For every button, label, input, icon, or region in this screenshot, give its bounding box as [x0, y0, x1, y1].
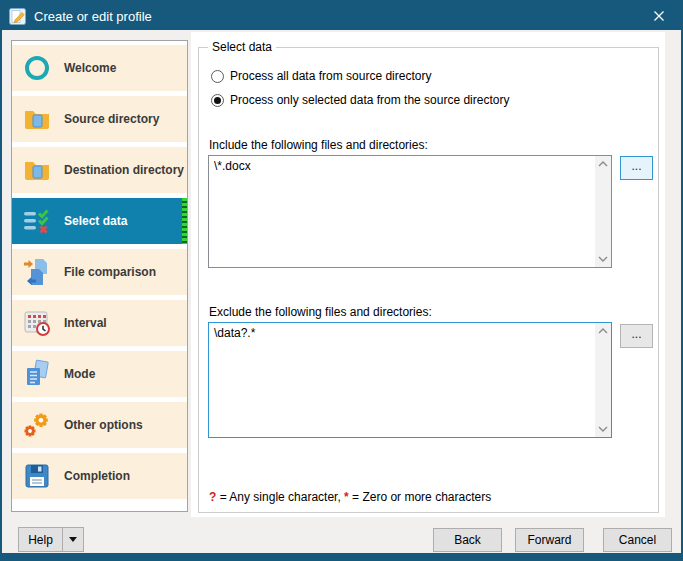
dialog-window: Create or edit profile Welcome Source di…: [0, 0, 683, 561]
sidebar-item-other-options[interactable]: Other options: [12, 402, 187, 448]
radio-label: Process only selected data from the sour…: [230, 93, 509, 107]
radio-button-icon: [211, 70, 224, 83]
sidebar-item-label: Welcome: [64, 61, 116, 75]
sidebar-item-destination-directory[interactable]: Destination directory: [12, 147, 187, 193]
sidebar-item-label: Other options: [64, 418, 143, 432]
back-button[interactable]: Back: [433, 528, 502, 552]
compare-files-icon: [21, 256, 53, 288]
sidebar-item-label: Completion: [64, 469, 130, 483]
circle-icon: [21, 52, 53, 84]
edit-document-icon: [9, 8, 26, 25]
cancel-button[interactable]: Cancel: [603, 528, 672, 552]
sidebar-item-source-directory[interactable]: Source directory: [12, 96, 187, 142]
sidebar-item-completion[interactable]: Completion: [12, 453, 187, 499]
include-scrollbar[interactable]: [595, 156, 611, 267]
exclude-files-value: \data?.*: [214, 326, 589, 340]
sidebar-item-interval[interactable]: Interval: [12, 300, 187, 346]
title-bar: Create or edit profile: [2, 2, 681, 30]
sidebar-item-select-data[interactable]: Select data: [12, 198, 187, 244]
floppy-disk-icon: [21, 460, 53, 492]
include-browse-button[interactable]: ...: [620, 156, 653, 180]
forward-button[interactable]: Forward: [515, 528, 584, 552]
exclude-files-input[interactable]: \data?.*: [208, 322, 612, 438]
gears-icon: [21, 409, 53, 441]
calendar-clock-icon: [21, 307, 53, 339]
wildcard-hint: ? = Any single character, * = Zero or mo…: [209, 490, 491, 504]
documents-icon: [21, 358, 53, 390]
hint-text: = Any single character,: [216, 490, 344, 504]
scroll-down-icon[interactable]: [598, 426, 608, 432]
checklist-icon: [21, 205, 53, 237]
sidebar-item-label: Mode: [64, 367, 95, 381]
folder-icon: [21, 154, 53, 186]
exclude-files-label: Exclude the following files and director…: [209, 305, 432, 319]
radio-label: Process all data from source directory: [230, 69, 431, 83]
group-title: Select data: [208, 40, 276, 54]
radio-process-selected[interactable]: Process only selected data from the sour…: [211, 92, 509, 108]
sidebar-item-label: Interval: [64, 316, 107, 330]
sidebar-item-label: Select data: [64, 214, 127, 228]
select-data-groupbox: Select data Process all data from source…: [198, 47, 659, 513]
folder-icon: [21, 103, 53, 135]
close-icon[interactable]: [637, 2, 681, 30]
exclude-scrollbar[interactable]: [595, 323, 611, 437]
include-files-value: \*.docx: [214, 159, 589, 173]
scroll-up-icon[interactable]: [598, 328, 608, 334]
help-button[interactable]: Help: [19, 528, 62, 551]
help-split-button[interactable]: Help: [18, 527, 84, 552]
window-title: Create or edit profile: [34, 9, 152, 24]
main-panel: Select data Process all data from source…: [191, 32, 665, 517]
sidebar-item-label: File comparison: [64, 265, 156, 279]
include-files-input[interactable]: \*.docx: [208, 155, 612, 268]
sidebar-item-mode[interactable]: Mode: [12, 351, 187, 397]
hint-text: = Zero or more characters: [349, 490, 491, 504]
sidebar-item-label: Source directory: [64, 112, 159, 126]
wizard-sidebar: Welcome Source directory Destination dir…: [11, 40, 188, 512]
scroll-up-icon[interactable]: [598, 161, 608, 167]
radio-button-checked-icon: [211, 94, 224, 107]
exclude-browse-button[interactable]: ...: [620, 324, 653, 348]
radio-process-all[interactable]: Process all data from source directory: [211, 68, 431, 84]
sidebar-item-welcome[interactable]: Welcome: [12, 45, 187, 91]
window-bottom-border: [2, 553, 681, 559]
help-dropdown-button[interactable]: [62, 528, 83, 551]
sidebar-item-label: Destination directory: [64, 163, 184, 177]
scroll-down-icon[interactable]: [598, 256, 608, 262]
sidebar-item-file-comparison[interactable]: File comparison: [12, 249, 187, 295]
chevron-down-icon: [69, 537, 77, 542]
include-files-label: Include the following files and director…: [209, 138, 428, 152]
